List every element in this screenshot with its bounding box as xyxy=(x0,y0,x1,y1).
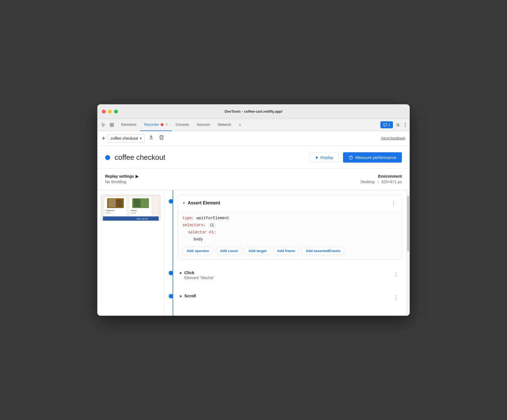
close-button[interactable] xyxy=(102,110,106,114)
main-tabs: Elements Recorder ✕ Console Sources Netw… xyxy=(117,119,380,131)
code-selector1-val: body xyxy=(182,236,397,243)
maximize-button[interactable] xyxy=(114,110,118,114)
record-icon xyxy=(161,123,163,126)
chevron-down-icon: ▾ xyxy=(140,136,142,141)
thumbnail-panel: Capsicum $14.25 Mocha $12.00 Total: $0.0… xyxy=(97,190,164,316)
recording-title: coffee checkout xyxy=(115,153,305,162)
expand-icon: ▼ xyxy=(182,201,185,205)
timeline-dot-2 xyxy=(169,271,173,275)
svg-rect-13 xyxy=(116,199,122,207)
traffic-lights xyxy=(102,110,118,114)
toolbar-right: 1 xyxy=(380,121,407,129)
step-menu-button-2[interactable]: ⋮ xyxy=(392,270,400,279)
steps-panel: ▼ Assert Element ⋮ type: waitForElement … xyxy=(164,190,406,316)
svg-point-7 xyxy=(405,126,406,127)
scrollbar-thumb[interactable] xyxy=(407,196,409,252)
replay-button[interactable]: Replay xyxy=(310,153,339,162)
add-target-button[interactable]: Add target xyxy=(244,247,271,255)
title-bar: DevTools - coffee-cart.netlify.app/ xyxy=(97,104,410,119)
throttling-value: No throttling xyxy=(105,180,139,184)
tab-network[interactable]: Network xyxy=(214,119,235,131)
svg-rect-1 xyxy=(112,123,114,125)
settings-icon[interactable] xyxy=(394,121,402,129)
click-step-text: Click Element "Mocha" xyxy=(184,270,214,280)
measure-performance-button[interactable]: Measure performance xyxy=(343,152,402,163)
tab-console[interactable]: Console xyxy=(172,119,193,131)
step-actions: Add operator Add count Add target Add fr… xyxy=(182,247,397,255)
svg-rect-3 xyxy=(112,125,114,127)
add-count-button[interactable]: Add count xyxy=(216,247,242,255)
code-selector1-key: selector #1: xyxy=(182,229,397,236)
devtools-toolbar: Elements Recorder ✕ Console Sources Netw… xyxy=(97,119,410,131)
step-row-click: ▶ Click Element "Mocha" ⋮ xyxy=(164,266,402,284)
click-step: ▶ Click Element "Mocha" ⋮ xyxy=(178,266,402,284)
replay-settings-toggle[interactable]: Replay settings ▶ xyxy=(105,174,139,178)
step-header-assert[interactable]: ▼ Assert Element ⋮ xyxy=(178,195,402,211)
devtools-window: DevTools - coffee-cart.netlify.app/ Elem… xyxy=(97,104,410,316)
recording-thumbnail: Capsicum $14.25 Mocha $12.00 Total: $0.0… xyxy=(101,195,161,221)
scroll-step-text: Scroll xyxy=(184,293,196,299)
chat-button[interactable]: 1 xyxy=(380,121,393,128)
add-frame-button[interactable]: Add frame xyxy=(273,247,299,255)
scroll-collapsed-icon: ▶ xyxy=(180,294,182,298)
chevron-right-icon: ▶ xyxy=(136,174,139,178)
svg-rect-0 xyxy=(110,123,112,125)
svg-text:Total: $0.00: Total: $0.00 xyxy=(136,218,148,220)
add-recording-button[interactable]: + xyxy=(102,135,105,141)
recorder-toolbar: + coffee checkout ▾ Send feedback xyxy=(97,131,410,146)
layers-icon[interactable] xyxy=(108,121,116,129)
tab-close-icon[interactable]: ✕ xyxy=(165,123,168,126)
svg-text:$14.25: $14.25 xyxy=(106,212,111,214)
scrollbar[interactable] xyxy=(406,190,410,316)
selector-picker-icon[interactable] xyxy=(209,223,215,228)
more-options-icon[interactable] xyxy=(403,121,407,129)
svg-point-5 xyxy=(405,123,406,124)
settings-bar: Replay settings ▶ No throttling Environm… xyxy=(97,168,410,190)
step-row-scroll: ▶ Scroll ⋮ xyxy=(164,289,402,306)
assert-element-step: ▼ Assert Element ⋮ type: waitForElement … xyxy=(178,195,402,260)
timeline-dot-3 xyxy=(169,294,173,298)
svg-marker-8 xyxy=(316,156,318,159)
cursor-icon[interactable] xyxy=(100,121,107,129)
svg-point-4 xyxy=(397,124,399,125)
svg-text:$12.00: $12.00 xyxy=(131,212,136,214)
tab-elements[interactable]: Elements xyxy=(117,119,140,131)
tab-recorder[interactable]: Recorder ✕ xyxy=(140,119,172,131)
scroll-step: ▶ Scroll ⋮ xyxy=(178,289,402,306)
step-body-assert: type: waitForElement selectors: xyxy=(178,211,402,259)
main-content: coffee checkout Replay Measure performan… xyxy=(97,146,410,316)
env-details: Desktop | 625×671 px xyxy=(361,180,402,184)
svg-rect-21 xyxy=(103,216,159,221)
add-operator-button[interactable]: Add operator xyxy=(182,247,214,255)
step-menu-button-3[interactable]: ⋮ xyxy=(392,293,400,302)
step-menu-button-1[interactable]: ⋮ xyxy=(390,199,397,207)
svg-rect-12 xyxy=(108,199,115,207)
timeline-dot-1 xyxy=(169,199,173,204)
export-button[interactable] xyxy=(147,133,155,143)
environment-info: Environment Desktop | 625×671 px xyxy=(361,174,402,184)
recording-header: coffee checkout Replay Measure performan… xyxy=(97,146,410,168)
scroll-step-content: ▶ Scroll xyxy=(180,293,196,299)
tab-more[interactable]: » xyxy=(235,119,245,131)
code-selectors: selectors: xyxy=(182,222,397,229)
send-feedback-button[interactable]: Send feedback xyxy=(381,136,405,140)
tab-sources[interactable]: Sources xyxy=(193,119,214,131)
svg-rect-2 xyxy=(110,125,112,127)
add-asserted-events-button[interactable]: Add assertedEvents xyxy=(301,247,345,255)
svg-text:Mocha: Mocha xyxy=(131,209,137,211)
click-step-content: ▶ Click Element "Mocha" xyxy=(180,270,214,280)
delete-button[interactable] xyxy=(158,133,165,143)
recording-selector[interactable]: coffee checkout ▾ xyxy=(108,134,145,143)
code-type: type: waitForElement xyxy=(182,215,397,222)
minimize-button[interactable] xyxy=(108,110,112,114)
svg-point-6 xyxy=(405,124,406,125)
svg-rect-18 xyxy=(134,199,141,207)
replay-settings: Replay settings ▶ No throttling xyxy=(105,174,139,184)
collapsed-icon: ▶ xyxy=(180,271,182,275)
step-row-assert: ▼ Assert Element ⋮ type: waitForElement … xyxy=(164,195,402,260)
window-title: DevTools - coffee-cart.netlify.app/ xyxy=(225,109,283,114)
svg-text:Capsicum: Capsicum xyxy=(106,209,114,212)
recording-status-dot xyxy=(105,155,110,160)
